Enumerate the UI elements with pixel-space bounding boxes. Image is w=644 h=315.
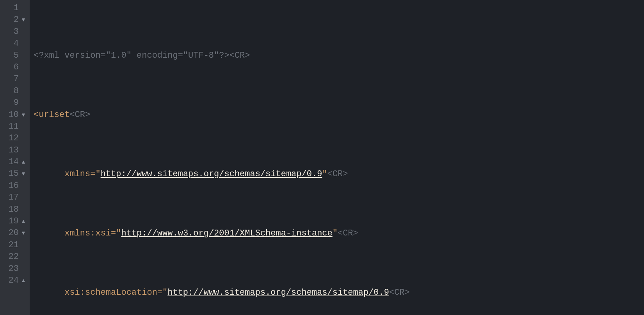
line-number: 17 <box>7 192 19 204</box>
line-number: 16 <box>7 180 19 192</box>
close-quote: " <box>322 168 327 180</box>
line-number: 22 <box>7 251 19 263</box>
gutter-line: 19▲ <box>0 216 27 227</box>
urlset-open-tag: <urlset <box>34 109 69 121</box>
cr-marker: <CR> <box>327 168 348 180</box>
gutter-line: 14▲ <box>0 156 27 168</box>
code-area[interactable]: <?xml version="1.0" encoding="UTF-8"?><C… <box>30 0 644 315</box>
fold-toggle-icon[interactable]: ▲ <box>20 275 27 287</box>
attr-schema-location: xsi:schemaLocation=" <box>64 287 167 299</box>
line-number: 13 <box>7 145 19 156</box>
fold-toggle-icon[interactable]: ▼ <box>20 109 27 121</box>
gutter-line: 13 <box>0 145 27 156</box>
code-line[interactable]: xsi:schemaLocation="http://www.sitemaps.… <box>34 287 644 299</box>
line-number: 4 <box>7 38 19 50</box>
gutter-line: 4 <box>0 38 27 50</box>
line-number: 8 <box>7 85 19 97</box>
gutter-line: 9 <box>0 97 27 109</box>
line-number: 7 <box>7 73 19 85</box>
gutter-line: 7 <box>0 73 27 85</box>
line-number: 9 <box>7 97 19 109</box>
gutter-line: 18 <box>0 204 27 216</box>
line-number: 12 <box>7 133 19 144</box>
gutter-line: 15▼ <box>0 168 27 180</box>
gutter-line: 8 <box>0 85 27 97</box>
gutter-line: 3 <box>0 26 27 38</box>
fold-toggle-icon[interactable]: ▲ <box>20 216 27 227</box>
line-number: 14 <box>7 156 19 168</box>
line-number: 2 <box>7 14 19 26</box>
gutter-line: 17 <box>0 192 27 204</box>
line-number: 18 <box>7 204 19 216</box>
gutter-line: 24▲ <box>0 275 27 287</box>
line-number: 6 <box>7 62 19 73</box>
cr-marker: <CR> <box>229 50 250 62</box>
line-number: 19 <box>7 216 19 227</box>
line-number: 5 <box>7 50 19 62</box>
gutter-line: 16 <box>0 180 27 192</box>
line-number: 3 <box>7 26 19 38</box>
xmlns-xsi-url[interactable]: http://www.w3.org/2001/XMLSchema-instanc… <box>121 228 332 239</box>
xml-declaration: <?xml version="1.0" encoding="UTF-8"?> <box>34 50 229 62</box>
cr-marker: <CR> <box>69 109 90 121</box>
gutter-line: 23 <box>0 263 27 275</box>
line-number: 11 <box>7 121 19 133</box>
fold-toggle-icon[interactable]: ▲ <box>20 156 27 168</box>
gutter-line: 12 <box>0 133 27 144</box>
code-line[interactable]: xmlns="http://www.sitemaps.org/schemas/s… <box>34 168 644 180</box>
gutter-line: 5 <box>0 50 27 62</box>
line-number: 23 <box>7 263 19 275</box>
cr-marker: <CR> <box>389 287 410 299</box>
gutter-line: 21 <box>0 239 27 251</box>
line-number: 20 <box>7 227 19 239</box>
attr-xmlns-xsi: xmlns:xsi=" <box>64 228 121 239</box>
line-number: 10 <box>7 109 19 121</box>
line-number: 24 <box>7 275 19 287</box>
gutter-line: 1 <box>0 2 27 14</box>
fold-toggle-icon[interactable]: ▼ <box>20 14 27 26</box>
close-quote: " <box>333 228 338 239</box>
gutter-line: 10▼ <box>0 109 27 121</box>
code-line[interactable]: xmlns:xsi="http://www.w3.org/2001/XMLSch… <box>34 228 644 239</box>
code-line[interactable]: <?xml version="1.0" encoding="UTF-8"?><C… <box>34 50 644 62</box>
line-number: 21 <box>7 239 19 251</box>
gutter-line: 20▼ <box>0 227 27 239</box>
cr-marker: <CR> <box>338 228 358 239</box>
schema-url-1[interactable]: http://www.sitemaps.org/schemas/sitemap/… <box>167 287 389 299</box>
line-number: 15 <box>7 168 19 180</box>
gutter-line: 6 <box>0 62 27 73</box>
line-number: 1 <box>7 2 19 14</box>
fold-toggle-icon[interactable]: ▼ <box>20 168 27 180</box>
code-editor[interactable]: 12▼345678910▼11121314▲15▼16171819▲20▼212… <box>0 0 644 315</box>
attr-xmlns: xmlns=" <box>64 168 100 180</box>
fold-toggle-icon[interactable]: ▼ <box>20 227 27 239</box>
xmlns-url[interactable]: http://www.sitemaps.org/schemas/sitemap/… <box>101 168 322 180</box>
gutter-line: 2▼ <box>0 14 27 26</box>
gutter-line: 11 <box>0 121 27 133</box>
gutter-line: 22 <box>0 251 27 263</box>
line-number-gutter: 12▼345678910▼11121314▲15▼16171819▲20▼212… <box>0 0 30 315</box>
code-line[interactable]: <urlset<CR> <box>34 109 644 121</box>
